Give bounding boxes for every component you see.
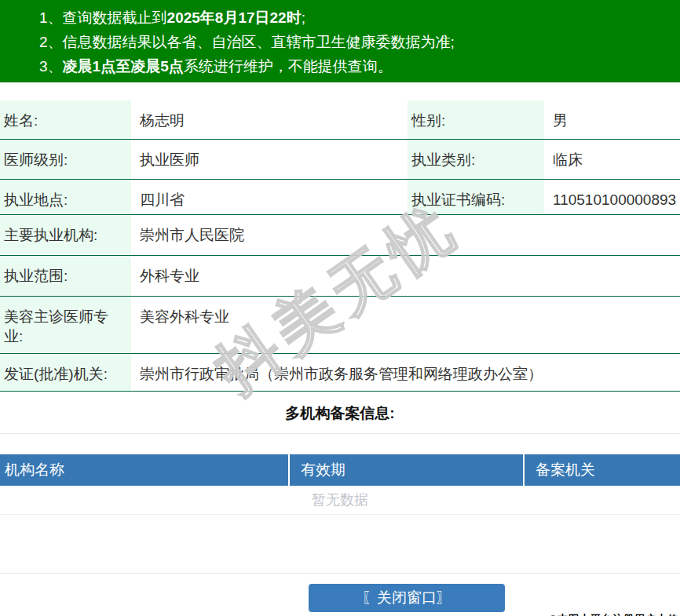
field-value-name: 杨志明 (131, 100, 408, 139)
field-label-main-institution: 主要执业机构: (0, 215, 131, 255)
field-value-practice-scope: 外科专业 (131, 256, 680, 296)
detail-row-main-institution: 主要执业机构: 崇州市人民医院 (0, 215, 680, 256)
field-value-issuing-authority: 崇州市行政审批局（崇州市政务服务管理和网络理政办公室） (131, 354, 680, 391)
field-value-cosmetic-specialty: 美容外科专业 (131, 297, 680, 353)
field-label-name: 姓名: (0, 100, 131, 139)
field-value-practice-location: 四川省 (131, 180, 408, 214)
field-label-practice-scope: 执业范围: (0, 256, 131, 296)
field-label-doctor-level: 医师级别: (0, 140, 131, 179)
field-label-cert-number: 执业证书编码: (408, 180, 544, 214)
col-header-validity-period: 有效期 (290, 454, 525, 486)
field-label-practice-category: 执业类别: (408, 140, 544, 179)
field-label-gender: 性别: (408, 100, 544, 139)
detail-row-level-category: 医师级别: 执业医师 执业类别: 临床 (0, 140, 680, 180)
empty-data-text: 暂无数据 (0, 486, 680, 515)
field-label-issuing-authority: 发证(批准)机关: (0, 354, 131, 391)
col-header-record-authority: 备案机关 (525, 454, 680, 486)
record-table-header: 机构名称 有效期 备案机关 (0, 454, 680, 486)
notice-banner: 1、查询数据截止到2025年8月17日22时; 2、信息数据结果以各省、自治区、… (0, 0, 680, 82)
field-label-cosmetic-specialty: 美容主诊医师专业: (0, 297, 131, 353)
doctor-details-table: 姓名: 杨志明 性别: 男 医师级别: 执业医师 执业类别: 临床 执业地点: … (0, 100, 680, 392)
field-value-doctor-level: 执业医师 (131, 140, 408, 179)
content-spacer (0, 515, 680, 574)
multi-org-section-header: 多机构备案信息: (0, 392, 680, 434)
field-label-practice-location: 执业地点: (0, 180, 131, 214)
detail-row-name-gender: 姓名: 杨志明 性别: 男 (0, 100, 680, 140)
close-window-button[interactable]: 〖关闭窗口〗 (309, 584, 505, 612)
col-header-institution-name: 机构名称 (0, 454, 290, 486)
detail-row-practice-scope: 执业范围: 外科专业 (0, 256, 680, 297)
field-value-practice-category: 临床 (544, 140, 680, 179)
detail-row-issuing-authority: 发证(批准)机关: 崇州市行政审批局（崇州市政务服务管理和网络理政办公室） (0, 354, 680, 392)
notice-line-3: 3、凌晨1点至凌晨5点系统进行维护，不能提供查询。 (39, 54, 680, 78)
detail-row-cosmetic-specialty: 美容主诊医师专业: 美容外科专业 (0, 297, 680, 354)
multi-org-title: 多机构备案信息: (285, 405, 394, 421)
field-value-gender: 男 (544, 100, 680, 139)
field-value-main-institution: 崇州市人民医院 (131, 215, 680, 255)
notice-line-1: 1、查询数据截止到2025年8月17日22时; (39, 5, 680, 30)
upload-credit-text: ©本图由平台注册用户上传 (549, 612, 678, 616)
detail-row-location-cert: 执业地点: 四川省 执业证书编码: 110510100000893 (0, 180, 680, 215)
notice-line-2: 2、信息数据结果以各省、自治区、直辖市卫生健康委数据为准; (39, 30, 680, 54)
multi-org-record-table: 机构名称 有效期 备案机关 暂无数据 (0, 454, 680, 515)
field-value-cert-number: 110510100000893 (544, 180, 680, 214)
footer: 〖关闭窗口〗 ©本图由平台注册用户上传 (0, 584, 680, 616)
